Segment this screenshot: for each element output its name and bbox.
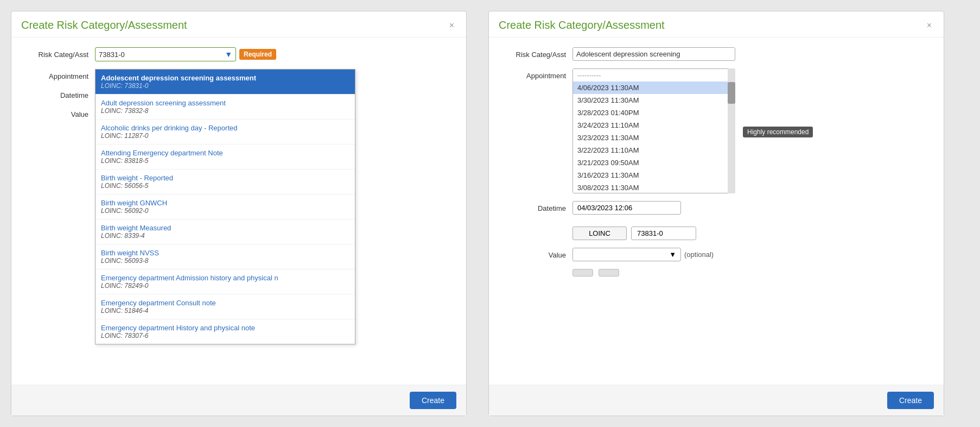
- right-appointment-select[interactable]: ----------4/06/2023 11:30AM3/30/2023 11:…: [572, 68, 735, 193]
- left-dropdown-item-loinc: LOINC: 56056-5: [101, 182, 349, 190]
- left-risk-input[interactable]: [99, 51, 225, 59]
- right-value-dropdown[interactable]: ▼: [572, 248, 681, 261]
- left-dropdown-item-loinc: LOINC: 11287-0: [101, 132, 349, 140]
- right-loinc-value-box: 73831-0: [631, 227, 696, 240]
- right-risk-row: Risk Categ/Asst: [502, 47, 931, 61]
- left-dialog-footer: Create: [11, 385, 466, 416]
- right-btn-1[interactable]: [572, 269, 593, 277]
- left-required-badge: Required: [239, 49, 276, 60]
- right-extra-spacer: [502, 269, 572, 272]
- left-dropdown-item-name: Birth weight Measured: [101, 224, 349, 232]
- right-appointment-option[interactable]: 3/22/2023 11:10AM: [573, 144, 735, 156]
- right-appointment-option[interactable]: ----------: [573, 69, 735, 81]
- right-loinc-row: LOINC 73831-0: [502, 222, 931, 240]
- left-appointment-label: Appointment: [24, 69, 95, 80]
- left-dropdown-item-name: Emergency department History and physica…: [101, 324, 349, 332]
- left-dropdown-item[interactable]: Birth weight - ReportedLOINC: 56056-5: [96, 169, 355, 194]
- right-dialog: Create Risk Category/Assessment × Risk C…: [488, 11, 944, 416]
- right-loinc-fields: LOINC 73831-0: [572, 227, 696, 240]
- right-appointment-control: ----------4/06/2023 11:30AM3/30/2023 11:…: [572, 68, 931, 193]
- left-dropdown-item-loinc: LOINC: 83818-5: [101, 157, 349, 165]
- left-dropdown-item[interactable]: Emergency department Admission history a…: [96, 269, 355, 294]
- right-dialog-body: Risk Categ/Asst Appointment ----------4/…: [489, 37, 944, 385]
- right-appointment-option[interactable]: 4/06/2023 11:30AM: [573, 81, 735, 94]
- left-dropdown-item-name: Birth weight GNWCH: [101, 199, 349, 207]
- left-dropdown-item-loinc: LOINC: 78249-0: [101, 282, 349, 290]
- right-optional-text: (optional): [684, 250, 714, 259]
- left-dropdown-item-name: Attending Emergency department Note: [101, 149, 349, 157]
- left-dropdown-item[interactable]: Birth weight GNWCHLOINC: 56092-0: [96, 194, 355, 219]
- right-appointment-option[interactable]: 3/23/2023 11:30AM: [573, 131, 735, 144]
- left-dropdown-item-loinc: LOINC: 73832-8: [101, 107, 349, 115]
- right-create-button[interactable]: Create: [887, 392, 934, 409]
- right-appointment-option[interactable]: 3/24/2023 11:10AM: [573, 119, 735, 131]
- left-dropdown-item-loinc: LOINC: 78307-6: [101, 332, 349, 340]
- left-datetime-label: Datetime: [24, 88, 95, 99]
- right-loinc-control: LOINC 73831-0: [572, 222, 931, 240]
- right-appointment-option[interactable]: 3/16/2023 11:30AM: [573, 169, 735, 181]
- right-appointment-option[interactable]: 3/21/2023 09:50AM: [573, 156, 735, 169]
- left-dropdown-item[interactable]: Adolescent depression screening assessme…: [96, 70, 355, 95]
- right-btn-2[interactable]: [599, 269, 619, 277]
- left-dropdown-item[interactable]: Emergency department History and physica…: [96, 319, 355, 344]
- left-value-label: Value: [24, 107, 95, 118]
- left-dropdown-item-name: Birth weight NVSS: [101, 249, 349, 257]
- right-value-row: Value ▼ (optional): [502, 248, 931, 261]
- left-risk-label: Risk Categ/Asst: [24, 47, 95, 59]
- right-dialog-close[interactable]: ×: [925, 21, 934, 30]
- right-value-label: Value: [502, 248, 572, 259]
- left-dialog-title: Create Risk Category/Assessment: [21, 19, 187, 32]
- right-extra-buttons-row: [502, 269, 931, 277]
- left-dropdown-item[interactable]: Birth weight NVSSLOINC: 56093-8: [96, 244, 355, 269]
- left-dropdown-item-name: Adult depression screening assessment: [101, 99, 349, 107]
- right-appointment-label: Appointment: [502, 68, 572, 80]
- left-create-button[interactable]: Create: [410, 392, 456, 409]
- left-dialog-header: Create Risk Category/Assessment ×: [11, 11, 466, 37]
- right-value-control: ▼ (optional): [572, 248, 931, 261]
- right-datetime-row: Datetime: [502, 201, 931, 215]
- left-dropdown-item-loinc: LOINC: 73831-0: [101, 82, 349, 90]
- right-loinc-spacer: [502, 222, 572, 225]
- left-dropdown-item-name: Adolescent depression screening assessme…: [101, 74, 349, 82]
- right-appointment-option[interactable]: 3/08/2023 11:30AM: [573, 181, 735, 193]
- left-dropdown-item[interactable]: Adult depression screening assessmentLOI…: [96, 95, 355, 120]
- left-dropdown-item-name: Emergency department Consult note: [101, 299, 349, 307]
- right-appointment-option[interactable]: 3/28/2023 01:40PM: [573, 106, 735, 119]
- right-datetime-input[interactable]: [572, 201, 681, 215]
- left-dropdown-item[interactable]: Emergency department Consult noteLOINC: …: [96, 294, 355, 319]
- right-risk-control: [572, 47, 931, 61]
- left-dialog-close[interactable]: ×: [447, 21, 456, 30]
- right-dialog-footer: Create: [489, 385, 944, 416]
- left-dropdown-item[interactable]: Birth weight MeasuredLOINC: 8339-4: [96, 219, 355, 244]
- left-dropdown-item-loinc: LOINC: 51846-4: [101, 307, 349, 315]
- right-appointment-row: Appointment ----------4/06/2023 11:30AM3…: [502, 68, 931, 193]
- left-dropdown-item-loinc: LOINC: 56093-8: [101, 257, 349, 265]
- highly-recommended-badge: Highly recommended: [743, 127, 813, 137]
- left-risk-row: Risk Categ/Asst ▼ Required: [24, 47, 453, 61]
- left-dropdown-item-name: Emergency department Admission history a…: [101, 274, 349, 282]
- right-risk-label: Risk Categ/Asst: [502, 47, 572, 59]
- right-loinc-label-box: LOINC: [572, 227, 627, 240]
- right-value-dropdown-arrow[interactable]: ▼: [669, 250, 676, 259]
- right-dialog-header: Create Risk Category/Assessment ×: [489, 11, 944, 37]
- left-risk-input-wrapper[interactable]: ▼: [95, 47, 236, 61]
- right-dialog-title: Create Risk Category/Assessment: [499, 19, 665, 32]
- left-dropdown-item-name: Birth weight - Reported: [101, 174, 349, 182]
- left-dialog-body: Risk Categ/Asst ▼ Required Appointment D…: [11, 37, 466, 385]
- left-risk-control: ▼ Required: [95, 47, 453, 61]
- left-dialog: Create Risk Category/Assessment × Risk C…: [11, 11, 467, 416]
- left-dropdown-item-name: Alcoholic drinks per drinking day - Repo…: [101, 124, 349, 132]
- left-dropdown-item[interactable]: Alcoholic drinks per drinking day - Repo…: [96, 120, 355, 145]
- left-dropdown-list: Adolescent depression screening assessme…: [95, 69, 355, 344]
- left-dropdown-item-loinc: LOINC: 56092-0: [101, 207, 349, 215]
- left-dropdown-item[interactable]: Attending Emergency department NoteLOINC…: [96, 145, 355, 169]
- right-extra-buttons: [572, 269, 931, 277]
- right-risk-input-wrapper[interactable]: [572, 47, 735, 61]
- right-appointment-option[interactable]: 3/30/2023 11:30AM: [573, 94, 735, 106]
- left-dropdown-item-loinc: LOINC: 8339-4: [101, 232, 349, 240]
- right-datetime-label: Datetime: [502, 201, 572, 212]
- right-datetime-control: [572, 201, 931, 215]
- right-risk-input[interactable]: [576, 50, 731, 58]
- left-risk-dropdown-arrow[interactable]: ▼: [225, 50, 232, 59]
